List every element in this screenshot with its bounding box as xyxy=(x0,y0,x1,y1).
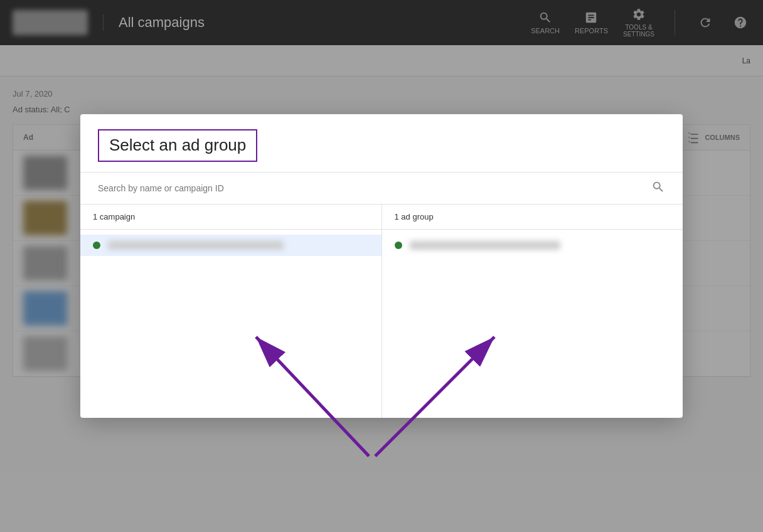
ad-groups-col: 1 ad group xyxy=(382,205,683,418)
ad-group-name-blurred xyxy=(410,241,560,250)
ad-group-list-item[interactable] xyxy=(382,235,683,256)
search-icon-wrap xyxy=(651,180,665,196)
campaigns-col-header: 1 campaign xyxy=(80,205,382,230)
campaigns-col: 1 campaign xyxy=(80,205,382,418)
campaign-list-item[interactable] xyxy=(80,235,382,256)
modal-title: Select an ad group xyxy=(98,129,257,161)
modal-overlay: Select an ad group 1 campaign xyxy=(0,0,763,532)
ad-groups-list xyxy=(382,230,683,418)
select-ad-group-modal: Select an ad group 1 campaign xyxy=(80,114,683,417)
ad-groups-col-header: 1 ad group xyxy=(382,205,683,230)
active-status-dot xyxy=(93,242,100,249)
active-status-dot xyxy=(395,242,402,249)
modal-search-area xyxy=(80,173,683,205)
search-icon xyxy=(651,180,665,194)
modal-body: 1 campaign 1 ad group xyxy=(80,205,683,418)
campaigns-list xyxy=(80,230,382,418)
modal-title-area: Select an ad group xyxy=(80,114,683,172)
search-input[interactable] xyxy=(98,183,651,193)
campaign-name-blurred xyxy=(108,241,284,250)
